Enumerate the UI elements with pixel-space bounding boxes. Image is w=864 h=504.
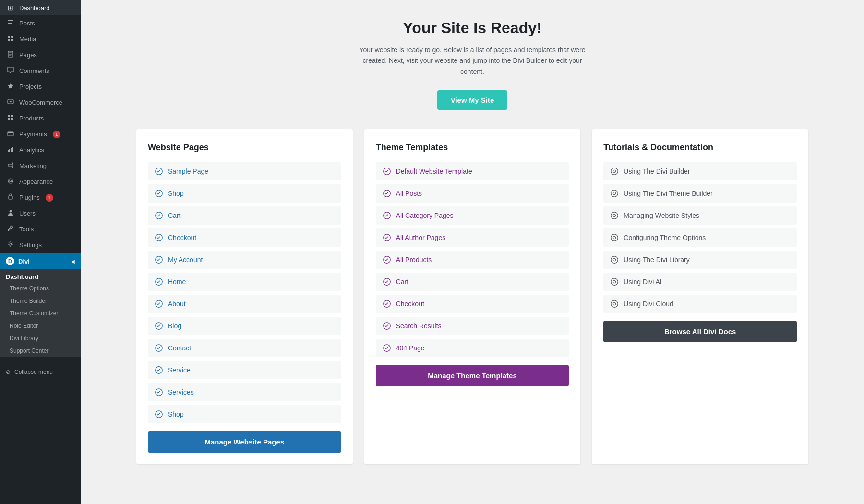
svg-rect-22: [9, 196, 12, 199]
svg-rect-0: [8, 36, 10, 38]
cards-grid: Website Pages Sample Page Shop Cart Chec…: [136, 129, 808, 464]
sidebar-item-products[interactable]: Products: [0, 110, 81, 126]
page-link-shop2[interactable]: Shop: [148, 405, 341, 423]
page-link-sample-page[interactable]: Sample Page: [148, 162, 341, 180]
page-link-contact[interactable]: Contact: [148, 339, 341, 357]
page-link-label: Blog: [168, 322, 181, 330]
tutorial-link-divi-builder[interactable]: Using The Divi Builder: [603, 162, 797, 180]
sidebar-item-users[interactable]: Users: [0, 205, 81, 221]
website-pages-title: Website Pages: [148, 143, 341, 153]
settings-icon: [6, 241, 15, 249]
sidebar-item-plugins[interactable]: Plugins 1: [0, 190, 81, 205]
sidebar-item-pages[interactable]: Pages: [0, 47, 81, 63]
template-link-search-results[interactable]: Search Results: [376, 317, 569, 335]
template-link-all-posts[interactable]: All Posts: [376, 184, 569, 203]
sidebar-item-media[interactable]: Media: [0, 31, 81, 47]
tutorial-link-label: Using The Divi Builder: [624, 168, 690, 175]
template-link-all-products[interactable]: All Products: [376, 251, 569, 269]
tutorial-link-label: Using Divi AI: [624, 278, 661, 286]
page-link-shop[interactable]: Shop: [148, 184, 341, 203]
template-link-label: All Products: [396, 256, 432, 264]
tutorial-link-website-styles[interactable]: Managing Website Styles: [603, 206, 797, 225]
template-link-category-pages[interactable]: All Category Pages: [376, 206, 569, 225]
browse-all-docs-button[interactable]: Browse All Divi Docs: [603, 321, 797, 342]
tutorial-link-theme-options[interactable]: Configuring Theme Options: [603, 228, 797, 247]
page-link-checkout[interactable]: Checkout: [148, 228, 341, 247]
sidebar-item-divi[interactable]: D Divi ◀: [0, 253, 81, 269]
page-link-cart[interactable]: Cart: [148, 206, 341, 225]
page-link-blog[interactable]: Blog: [148, 317, 341, 335]
sidebar-item-woocommerce[interactable]: WooCommerce: [0, 95, 81, 110]
main-content: Your Site Is Ready! Your website is read…: [81, 0, 864, 504]
manage-theme-templates-button[interactable]: Manage Theme Templates: [376, 365, 569, 386]
template-link-author-pages[interactable]: All Author Pages: [376, 228, 569, 247]
svg-point-51: [613, 214, 616, 216]
website-pages-card: Website Pages Sample Page Shop Cart Chec…: [136, 129, 353, 464]
page-link-label: My Account: [168, 256, 203, 264]
users-icon: [6, 209, 15, 217]
svg-point-48: [611, 190, 618, 197]
page-link-my-account[interactable]: My Account: [148, 251, 341, 269]
template-link-default[interactable]: Default Website Template: [376, 162, 569, 180]
sidebar-item-label: Dashboard: [19, 4, 50, 12]
submenu-item-role-editor[interactable]: Role Editor: [0, 320, 81, 332]
page-link-home[interactable]: Home: [148, 273, 341, 291]
template-link-checkout[interactable]: Checkout: [376, 295, 569, 313]
template-link-label: Cart: [396, 278, 408, 286]
projects-icon: [6, 83, 15, 91]
submenu-item-theme-customizer[interactable]: Theme Customizer: [0, 307, 81, 320]
page-link-label: Shop: [168, 410, 184, 418]
tutorial-link-theme-builder[interactable]: Using The Divi Theme Builder: [603, 184, 797, 203]
view-site-button[interactable]: View My Site: [437, 90, 508, 110]
dashboard-icon: ⊞: [6, 4, 15, 12]
woocommerce-icon: [6, 98, 15, 107]
page-link-service[interactable]: Service: [148, 361, 341, 379]
tutorial-link-divi-library[interactable]: Using The Divi Library: [603, 251, 797, 269]
manage-website-pages-button[interactable]: Manage Website Pages: [148, 431, 341, 453]
sidebar-item-label: Payments: [19, 131, 47, 138]
page-link-label: Shop: [168, 190, 184, 197]
sidebar-item-analytics[interactable]: Analytics: [0, 142, 81, 158]
svg-rect-13: [11, 118, 13, 120]
media-icon: [6, 35, 15, 43]
collapse-label: Collapse menu: [14, 369, 53, 375]
sidebar-item-settings[interactable]: Settings: [0, 237, 81, 253]
template-link-label: All Category Pages: [396, 212, 454, 219]
svg-rect-16: [8, 150, 9, 152]
sidebar-item-appearance[interactable]: Appearance: [0, 174, 81, 190]
page-link-label: Home: [168, 278, 186, 286]
tutorial-link-label: Using The Divi Theme Builder: [624, 190, 712, 197]
sidebar-item-projects[interactable]: Projects: [0, 79, 81, 95]
sidebar-item-label: Users: [19, 210, 36, 217]
plugins-icon: [6, 193, 15, 202]
submenu-item-theme-builder[interactable]: Theme Builder: [0, 295, 81, 307]
svg-rect-14: [8, 132, 13, 136]
submenu-item-divi-library[interactable]: Divi Library: [0, 332, 81, 345]
svg-point-46: [611, 168, 618, 175]
page-title: Your Site Is Ready!: [105, 19, 840, 37]
page-link-label: Checkout: [168, 234, 196, 241]
sidebar-item-posts[interactable]: Posts: [0, 15, 81, 31]
sidebar-item-dashboard[interactable]: ⊞ Dashboard: [0, 0, 81, 15]
page-link-about[interactable]: About: [148, 295, 341, 313]
page-link-services[interactable]: Services: [148, 383, 341, 401]
template-link-404[interactable]: 404 Page: [376, 339, 569, 357]
sidebar-item-comments[interactable]: Comments: [0, 63, 81, 79]
page-link-label: Service: [168, 366, 191, 374]
submenu-item-theme-options[interactable]: Theme Options: [0, 282, 81, 295]
template-link-label: Default Website Template: [396, 168, 472, 175]
tutorial-link-divi-cloud[interactable]: Using Divi Cloud: [603, 295, 797, 313]
collapse-menu-btn[interactable]: ⊘ Collapse menu: [0, 365, 81, 379]
products-icon: [6, 114, 15, 122]
template-link-cart[interactable]: Cart: [376, 273, 569, 291]
sidebar-item-tools[interactable]: Tools: [0, 221, 81, 237]
analytics-icon: [6, 146, 15, 154]
tutorial-link-divi-ai[interactable]: Using Divi AI: [603, 273, 797, 291]
sidebar-item-payments[interactable]: Payments 1: [0, 126, 81, 142]
tools-icon: [6, 225, 15, 233]
submenu-item-support-center[interactable]: Support Center: [0, 345, 81, 357]
sidebar-item-marketing[interactable]: Marketing: [0, 158, 81, 174]
sidebar-item-label: Projects: [19, 83, 42, 90]
svg-point-54: [611, 256, 618, 263]
template-link-label: Checkout: [396, 300, 424, 308]
